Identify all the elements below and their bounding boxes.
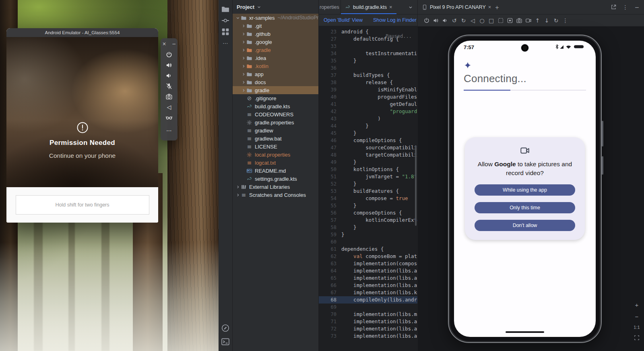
project-tree-item[interactable]: .idea <box>233 54 318 62</box>
project-tree-item[interactable]: ≡LICENSE <box>233 142 318 151</box>
project-tree-item[interactable]: build.gradle.kts <box>233 102 318 110</box>
chevron-right-icon[interactable] <box>241 72 246 77</box>
upload-icon[interactable]: ↑ <box>535 17 541 24</box>
project-tree-item[interactable]: gradle.properties <box>233 118 318 126</box>
glasses-icon[interactable] <box>165 114 173 121</box>
code-line: 69 <box>319 304 417 311</box>
structure-icon[interactable] <box>221 27 230 36</box>
code-line: 37 buildTypes { <box>319 72 417 79</box>
videocam-icon[interactable] <box>525 17 532 24</box>
zoom-to-fit-icon[interactable] <box>634 335 640 341</box>
code-line: 72 implementation(libs.androidx <box>319 325 417 332</box>
camera-permission-dialog: Allow Google to take pictures and record… <box>465 137 585 240</box>
project-tree-item[interactable]: settings.gradle.kts <box>233 175 318 183</box>
add-device-tab-button[interactable]: + <box>495 4 502 10</box>
more-v-icon[interactable]: ⋮ <box>562 17 569 24</box>
hidden-tabs-chevron-icon[interactable] <box>408 4 413 10</box>
chevron-right-icon[interactable] <box>235 184 241 190</box>
tab-build-gradle-kts[interactable]: build.gradle.kts × <box>341 0 396 14</box>
project-tree-item[interactable]: ≡Scratches and Consoles <box>233 191 318 199</box>
only-this-time-button[interactable]: Only this time <box>475 202 575 213</box>
chevron-down-icon[interactable] <box>256 4 262 10</box>
camera-icon[interactable] <box>516 17 522 24</box>
project-tree-item[interactable]: ≡gradlew <box>233 126 318 134</box>
home-icon[interactable]: ○ <box>479 17 485 24</box>
minimize-icon[interactable]: − <box>634 4 640 10</box>
project-tree-item[interactable]: app <box>233 70 318 78</box>
power-icon[interactable] <box>423 17 430 24</box>
camera-icon[interactable] <box>165 93 173 100</box>
folder-icon[interactable] <box>221 5 230 14</box>
open-build-view-link[interactable]: Open 'Build' View <box>324 17 363 23</box>
more-h-icon[interactable]: ⋯ <box>221 39 230 47</box>
volume-down-icon[interactable] <box>442 17 448 24</box>
volume-up-icon[interactable] <box>433 17 439 24</box>
gemini-star-icon <box>464 61 472 69</box>
project-tree-item[interactable]: .git <box>233 22 318 30</box>
close-icon[interactable]: × <box>162 41 167 46</box>
record-icon[interactable] <box>507 17 513 24</box>
while-using-app-button[interactable]: While using the app <box>475 184 575 196</box>
chevron-right-icon[interactable] <box>241 47 246 53</box>
chevron-down-icon[interactable] <box>235 15 241 21</box>
project-tree-item[interactable]: xr-samples~/AndroidStudioProj <box>233 14 318 22</box>
chevron-right-icon[interactable] <box>241 23 246 29</box>
project-tree-item[interactable]: local.properties <box>233 151 318 159</box>
project-tree-item[interactable]: ≡logcat.txt <box>233 159 318 167</box>
project-tree-item[interactable]: External Libraries <box>233 183 318 191</box>
chevron-right-icon[interactable] <box>235 192 241 198</box>
overview-icon[interactable]: □ <box>488 17 495 24</box>
power-icon[interactable] <box>165 51 173 58</box>
editor-scrollbar[interactable] <box>415 145 417 226</box>
chevron-right-icon[interactable] <box>241 80 246 85</box>
project-tree-item[interactable]: .google <box>233 38 318 46</box>
project-tree-item[interactable]: .github <box>233 30 318 38</box>
back-icon[interactable]: ◁ <box>470 17 476 24</box>
emulator-screen[interactable]: Permission Needed Continue on your phone <box>6 37 158 187</box>
code-editor[interactable]: Paused... 23android {27 defaultConfig {3… <box>319 26 417 351</box>
project-panel-header[interactable]: Project <box>233 0 318 14</box>
project-tree-item[interactable]: .gradle <box>233 46 318 54</box>
chevron-right-icon[interactable] <box>241 64 246 69</box>
project-tree-item[interactable]: ≡gradlew.bat <box>233 134 318 142</box>
download-icon[interactable]: ↓ <box>544 17 550 24</box>
chevron-right-icon[interactable] <box>241 56 246 61</box>
code-line: 65 implementation(libs.androidx <box>319 275 417 282</box>
project-tree-item[interactable]: ≡CODEOWNERS <box>233 110 318 118</box>
project-tree-item[interactable]: .kotlin <box>233 62 318 70</box>
line-number: 33 <box>319 43 341 50</box>
rotate-left-icon[interactable]: ↺ <box>451 17 458 24</box>
project-tree-item[interactable]: ⊘.gitignore <box>233 94 318 102</box>
tab-gradle-properties[interactable]: roperties <box>319 0 341 14</box>
open-external-icon[interactable] <box>611 4 617 10</box>
project-tree-item[interactable]: gradle <box>233 86 318 94</box>
chevron-right-icon[interactable] <box>241 88 246 93</box>
volume-up-icon[interactable] <box>165 62 173 69</box>
volume-down-icon[interactable] <box>165 72 173 79</box>
screenshot-icon[interactable] <box>497 17 504 24</box>
zoom-in-button[interactable]: + <box>634 301 640 308</box>
line-number: 53 <box>319 188 341 195</box>
project-tree-item[interactable]: docs <box>233 78 318 86</box>
zoom-out-button[interactable]: − <box>634 313 640 320</box>
gear-icon <box>246 120 252 126</box>
restart-icon[interactable]: ↻ <box>553 17 559 24</box>
device-tab-close-icon[interactable]: × <box>488 4 491 10</box>
more-icon[interactable]: ⋯ <box>165 127 173 134</box>
rotate-right-icon[interactable]: ↻ <box>460 17 467 24</box>
chevron-right-icon[interactable] <box>241 39 246 45</box>
logcat-icon[interactable] <box>221 324 230 332</box>
mic-off-icon[interactable] <box>165 83 173 90</box>
minimize-icon[interactable]: − <box>171 41 177 46</box>
project-tree-item[interactable]: README.md <box>233 167 318 175</box>
phone-screen[interactable]: 7:57 <box>454 41 596 337</box>
back-icon[interactable]: ◁ <box>165 103 173 111</box>
more-v-icon[interactable]: ⋮ <box>622 4 628 10</box>
dont-allow-button[interactable]: Don't allow <box>475 220 575 231</box>
terminal-icon[interactable] <box>221 337 230 346</box>
show-log-in-finder-link[interactable]: Show Log in Finder <box>373 17 417 23</box>
tab-close-icon[interactable]: × <box>389 4 392 10</box>
chevron-right-icon[interactable] <box>241 31 246 37</box>
device-tab-pixel-9-pro[interactable]: Pixel 9 Pro API CANARY × <box>422 0 491 14</box>
commit-icon[interactable] <box>221 16 230 25</box>
